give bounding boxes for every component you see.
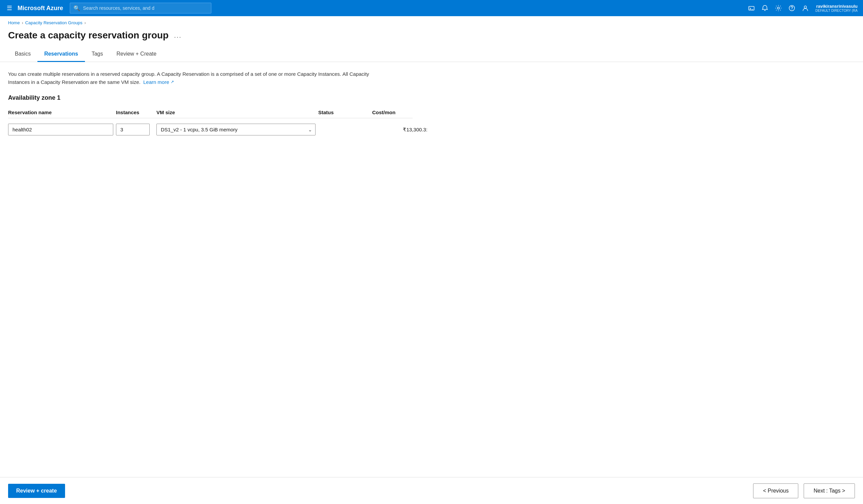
svg-point-2 [777,7,779,9]
cell-vmsize[interactable]: DS1_v2 - 1 vcpu, 3.5 GiB memory DS2_v2 -… [157,122,318,137]
tab-review-create[interactable]: Review + Create [110,48,163,62]
notifications-icon[interactable] [759,2,771,14]
tab-reservations[interactable]: Reservations [37,48,85,62]
cell-instances[interactable] [116,122,157,137]
top-navigation: ☰ Microsoft Azure 🔍 ravikiransrinivasulu… [0,0,863,16]
previous-button[interactable]: < Previous [753,483,798,498]
brand-name: Microsoft Azure [17,5,63,12]
footer-bar: Review + create < Previous Next : Tags > [0,477,863,504]
col-header-name: Reservation name [8,109,116,115]
svg-point-5 [804,6,806,9]
user-name: ravikiransrinivasulu [816,4,858,9]
main-content: You can create multiple reservations in … [0,62,863,137]
page-title-menu[interactable]: ... [174,32,182,39]
breadcrumb: Home › Capacity Reservation Groups › [0,16,863,27]
user-info: ravikiransrinivasulu DEFAULT DIRECTORY (… [815,4,858,12]
svg-point-4 [791,10,792,10]
tab-tags[interactable]: Tags [85,48,110,62]
cloud-shell-icon[interactable] [745,2,758,14]
page-title-row: Create a capacity reservation group ... [0,27,863,48]
settings-icon[interactable] [772,2,785,14]
page-wrapper: Home › Capacity Reservation Groups › Cre… [0,16,863,504]
reservation-name-input[interactable] [8,124,113,135]
vmsize-select-wrapper[interactable]: DS1_v2 - 1 vcpu, 3.5 GiB memory DS2_v2 -… [157,124,315,135]
user-directory: DEFAULT DIRECTORY (RA [815,9,858,12]
breadcrumb-sep-1: › [22,21,23,25]
breadcrumb-home[interactable]: Home [8,20,20,25]
tab-bar: Basics Reservations Tags Review + Create [0,48,863,62]
table-header-row: Reservation name Instances VM size Statu… [8,107,413,118]
external-link-icon: ↗ [171,79,174,85]
learn-more-link[interactable]: Learn more ↗ [143,78,174,86]
breadcrumb-parent[interactable]: Capacity Reservation Groups [25,20,83,25]
col-header-instances: Instances [116,109,157,115]
page-title: Create a capacity reservation group [8,30,168,41]
description-text: You can create multiple reservations in … [8,70,379,86]
help-icon[interactable] [786,2,798,14]
table-row: DS1_v2 - 1 vcpu, 3.5 GiB memory DS2_v2 -… [8,122,413,137]
search-box[interactable]: 🔍 [70,3,211,13]
col-header-cost: Cost/mon [372,109,433,115]
search-icon: 🔍 [74,5,80,11]
col-header-status: Status [318,109,372,115]
section-title: Availability zone 1 [8,94,855,101]
next-button[interactable]: Next : Tags > [804,483,855,498]
account-icon[interactable] [799,2,811,14]
tab-basics[interactable]: Basics [8,48,37,62]
cell-status [318,128,372,131]
hamburger-menu[interactable]: ☰ [5,3,13,13]
review-create-button[interactable]: Review + create [8,484,65,498]
cell-reservation-name[interactable] [8,122,116,137]
breadcrumb-sep-2: › [85,21,86,25]
col-header-vmsize: VM size [157,109,318,115]
reservation-table: Reservation name Instances VM size Statu… [8,107,413,137]
vmsize-select[interactable]: DS1_v2 - 1 vcpu, 3.5 GiB memory DS2_v2 -… [157,124,315,135]
instances-input[interactable] [116,124,150,135]
nav-icons: ravikiransrinivasulu DEFAULT DIRECTORY (… [745,2,858,14]
cell-cost: ₹13,300.3: [372,125,433,134]
search-input[interactable] [83,5,208,11]
